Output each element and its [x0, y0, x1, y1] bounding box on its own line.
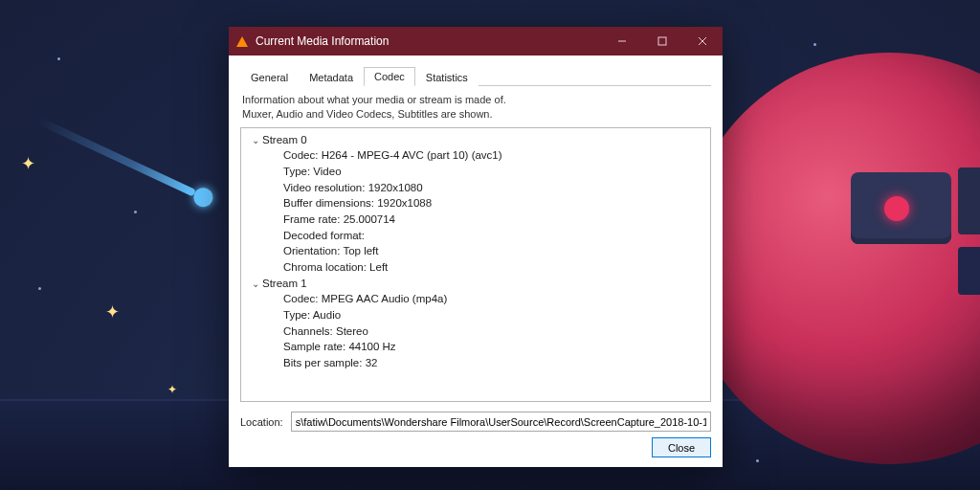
tab-statistics[interactable]: Statistics: [415, 68, 479, 86]
tree-leaf[interactable]: Frame rate: 25.000714: [243, 212, 708, 228]
media-information-window: Current Media Information General Metada…: [229, 27, 723, 467]
close-button[interactable]: Close: [652, 437, 711, 457]
location-field[interactable]: [291, 412, 711, 432]
tree-leaf[interactable]: Decoded format:: [243, 228, 708, 244]
tree-leaf[interactable]: Bits per sample: 32: [243, 355, 708, 371]
tree-node-stream[interactable]: ⌄Stream 1: [243, 276, 708, 292]
tab-metadata[interactable]: Metadata: [299, 68, 364, 86]
tree-leaf[interactable]: Codec: MPEG AAC Audio (mp4a): [243, 291, 708, 307]
tab-general[interactable]: General: [240, 68, 299, 86]
window-title: Current Media Information: [256, 34, 602, 48]
expand-caret-icon[interactable]: ⌄: [251, 278, 260, 292]
close-window-button[interactable]: [682, 27, 723, 56]
tree-leaf[interactable]: Orientation: Top left: [243, 243, 708, 259]
tree-leaf[interactable]: Codec: H264 - MPEG-4 AVC (part 10) (avc1…: [243, 147, 708, 164]
expand-caret-icon[interactable]: ⌄: [251, 134, 260, 148]
maximize-button[interactable]: [642, 27, 682, 56]
tab-strip: General Metadata Codec Statistics: [240, 65, 711, 86]
codec-tree[interactable]: ⌄Stream 0 Codec: H264 - MPEG-4 AVC (part…: [240, 127, 711, 402]
tree-leaf[interactable]: Sample rate: 44100 Hz: [243, 339, 708, 355]
tree-leaf[interactable]: Video resolution: 1920x1080: [243, 180, 708, 196]
tab-codec[interactable]: Codec: [364, 67, 415, 86]
tree-leaf[interactable]: Channels: Stereo: [243, 323, 708, 340]
location-label: Location:: [240, 416, 283, 428]
minimize-button[interactable]: [602, 27, 642, 56]
tree-leaf[interactable]: Chroma location: Left: [243, 259, 708, 276]
tree-leaf[interactable]: Buffer dimensions: 1920x1088: [243, 195, 708, 212]
codec-description: Information about what your media or str…: [242, 93, 711, 122]
tree-leaf[interactable]: Type: Video: [243, 164, 708, 180]
vlc-cone-icon: [236, 36, 248, 47]
titlebar[interactable]: Current Media Information: [229, 27, 723, 56]
tree-node-stream[interactable]: ⌄Stream 0: [243, 132, 708, 148]
svg-rect-0: [658, 37, 666, 45]
tree-leaf[interactable]: Type: Audio: [243, 307, 708, 323]
